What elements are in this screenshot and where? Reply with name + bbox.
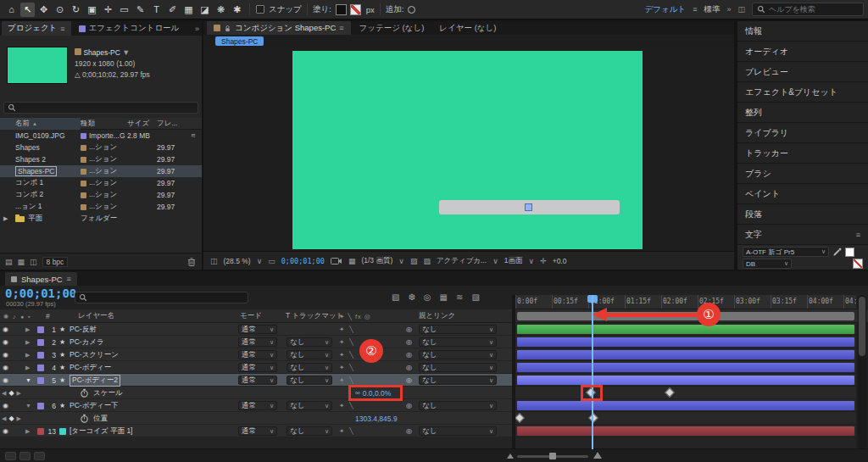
timeline-search-box[interactable] xyxy=(75,292,248,303)
project-row[interactable]: IMG_0109.JPG Importe...G 2.8 MB ≋ xyxy=(0,130,202,142)
pen-tool[interactable]: ✎ xyxy=(133,3,147,17)
timeline-tab[interactable]: Shapes-PC ≡ xyxy=(5,272,77,286)
view-layout-dropdown[interactable]: 1画面 xyxy=(504,256,523,266)
dropdown-icon[interactable]: ∨ xyxy=(398,257,404,265)
layer-duration-bar[interactable] xyxy=(517,363,854,372)
zoom-in-icon[interactable] xyxy=(593,452,602,459)
blend-mode-dropdown[interactable]: 通常∨ xyxy=(238,376,277,385)
layer-duration-bar[interactable] xyxy=(517,350,854,359)
twirl-icon[interactable]: ▶ xyxy=(25,336,30,348)
layer-duration-bar[interactable] xyxy=(517,325,854,334)
trkmat-dropdown[interactable]: なし∨ xyxy=(287,401,332,410)
shape-tool[interactable]: ▭ xyxy=(117,3,131,17)
timeline-vertical-scrollbar[interactable] xyxy=(858,295,866,448)
workspace-mode-label[interactable]: 標準 xyxy=(704,4,720,15)
panel-align[interactable]: 整列 xyxy=(737,103,868,123)
label-color-chip[interactable] xyxy=(81,204,86,210)
hide-shy-layers-icon[interactable]: ◎ xyxy=(424,292,431,302)
current-time-display[interactable]: 0;00;01;00 xyxy=(5,287,76,300)
graph-editor-icon[interactable]: ▨ xyxy=(471,292,479,302)
panel-brushes[interactable]: ブラシ xyxy=(737,164,868,184)
column-size[interactable]: サイズ xyxy=(127,119,157,129)
comp-flyout-icon[interactable]: ▼ xyxy=(122,48,130,57)
expand-transfer-controls-toggle[interactable] xyxy=(19,452,31,460)
time-ruler[interactable]: 0:00f 00:15f 01:00f 01:15f 02:00f 02:15f… xyxy=(515,295,856,309)
zoom-fit-icon[interactable]: ◫ xyxy=(210,257,218,265)
blend-mode-dropdown[interactable]: 通常∨ xyxy=(238,363,277,372)
camera-tool[interactable]: ▣ xyxy=(85,3,99,17)
panel-menu-icon[interactable]: ≡ xyxy=(339,24,343,32)
comp-name[interactable]: Shapes-PC xyxy=(83,48,120,57)
puppet-pin-tool[interactable]: ✱ xyxy=(230,3,244,17)
position-value[interactable]: 1303.4,845.9 xyxy=(355,412,398,425)
more-workspaces-icon[interactable]: » xyxy=(726,5,731,14)
eye-icon[interactable]: ◉ xyxy=(3,323,8,336)
layer-name[interactable]: PC-ボディー xyxy=(70,361,111,374)
project-row[interactable]: ...ョン 1 ...ション 29.97 xyxy=(0,201,202,213)
layer-switches[interactable]: ✦ ╲ xyxy=(339,348,355,361)
dropdown-icon[interactable]: ∨ xyxy=(257,257,263,265)
parent-dropdown[interactable]: なし∨ xyxy=(419,363,497,372)
prev-keyframe-icon[interactable]: ◀ xyxy=(2,390,6,397)
trkmat-dropdown[interactable]: なし∨ xyxy=(287,350,332,359)
snap-checkbox[interactable] xyxy=(256,5,264,14)
label-color-chip[interactable] xyxy=(81,145,86,151)
scrollbar-thumb[interactable] xyxy=(859,297,865,356)
motion-blur-icon[interactable]: ≋ xyxy=(456,292,463,302)
project-bit-depth[interactable]: 8 bpc xyxy=(42,257,69,267)
pixel-aspect-icon[interactable]: ✛ xyxy=(540,257,547,265)
layer-duration-bar[interactable] xyxy=(517,337,854,347)
property-row-scale[interactable]: ◀ ◆ ▶ スケール ∞ 0.0,0.0% xyxy=(0,387,512,399)
parent-dropdown[interactable]: なし∨ xyxy=(419,376,497,385)
hand-tool[interactable]: ✥ xyxy=(36,3,51,17)
layer-name[interactable]: PC-カメラ xyxy=(70,336,104,348)
orbit-camera-tool[interactable]: ↻ xyxy=(69,3,83,17)
eye-icon[interactable]: ◉ xyxy=(3,399,8,412)
prev-keyframe-icon[interactable]: ◀ xyxy=(2,415,6,422)
layer-switches[interactable]: ✦ ╲ xyxy=(339,361,355,374)
add-shape-button[interactable] xyxy=(408,6,415,14)
panel-libraries[interactable]: ライブラリ xyxy=(737,123,868,143)
panel-menu-icon[interactable]: ≡ xyxy=(67,275,71,283)
lock-icon[interactable] xyxy=(224,25,231,32)
timeline-zoom-slider[interactable] xyxy=(517,455,588,458)
solid-color-swatch[interactable] xyxy=(59,428,66,435)
layer-name[interactable]: [ターコイズ 平面 1] xyxy=(70,425,132,437)
trkmat-dropdown[interactable]: なし∨ xyxy=(287,337,332,347)
clone-stamp-tool[interactable]: ▦ xyxy=(181,3,196,17)
label-color-chip[interactable] xyxy=(37,352,44,359)
brush-tool[interactable]: ✐ xyxy=(165,3,180,17)
tab-project[interactable]: プロジェクト ≡ xyxy=(2,21,71,36)
layer-name[interactable]: PC-ボディー下 xyxy=(70,399,119,412)
panel-effects-presets[interactable]: エフェクト&プリセット xyxy=(737,82,868,103)
blend-mode-dropdown[interactable]: 通常∨ xyxy=(238,337,277,347)
layer-row-3[interactable]: ◉ ▶ 3 ★ PC-スクリーン 通常∨ なし∨ ✦ ╲ ◎ なし∨ xyxy=(0,348,512,361)
layer-name[interactable]: PC-スクリーン xyxy=(70,348,119,361)
label-color-chip[interactable] xyxy=(37,339,44,346)
composition-canvas[interactable] xyxy=(292,51,643,249)
layer-duration-bar[interactable] xyxy=(517,376,854,385)
twirl-icon[interactable]: ▶ xyxy=(25,323,30,336)
pickwhip-icon[interactable]: ◎ xyxy=(406,361,412,374)
project-row-selected[interactable]: Shapes-PC ...ション 29.97 xyxy=(0,165,202,177)
keyframe[interactable] xyxy=(665,387,674,397)
timeline-divider[interactable] xyxy=(512,295,515,462)
column-name[interactable]: 名前▲ xyxy=(0,118,81,130)
panel-tracker[interactable]: トラッカー xyxy=(737,143,868,164)
layer-switches[interactable]: ✦ ╲ xyxy=(339,425,355,437)
roi-icon[interactable]: ▧ xyxy=(410,257,418,265)
exposure-value[interactable]: +0.0 xyxy=(553,257,567,265)
layer-track-1[interactable] xyxy=(515,323,856,336)
new-comp-icon[interactable]: ◫ xyxy=(30,258,37,266)
pickwhip-icon[interactable]: ◎ xyxy=(406,399,412,412)
resolution-dropdown[interactable]: (1/3 画質) xyxy=(361,256,392,266)
eye-icon[interactable]: ◉ xyxy=(3,336,8,348)
eye-icon[interactable]: ◉ xyxy=(3,361,8,374)
keyframe[interactable] xyxy=(515,413,524,422)
layer-track-5[interactable] xyxy=(515,374,856,387)
next-keyframe-icon[interactable]: ▶ xyxy=(17,415,21,422)
workspace-overflow-icon[interactable]: ◫ xyxy=(737,5,745,14)
layer-duration-bar[interactable] xyxy=(517,426,854,436)
eye-icon[interactable]: ◉ xyxy=(3,425,8,437)
trash-icon[interactable] xyxy=(186,257,197,267)
